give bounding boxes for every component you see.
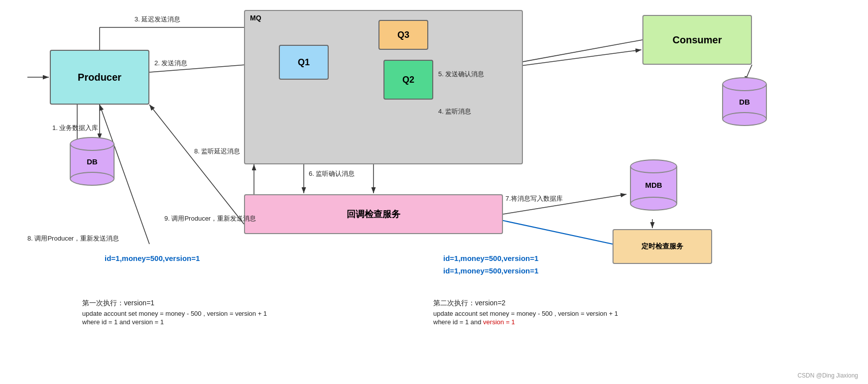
sched-box: 定时检查服务 [613, 229, 712, 264]
callback-label: 回调检查服务 [347, 208, 400, 220]
step3-label: 3. 延迟发送消息 [134, 15, 180, 24]
watermark: CSDN @Ding Jiaxiong [797, 372, 858, 379]
producer-label: Producer [78, 72, 122, 83]
right-data1-label: id=1,money=500,version=1 [443, 254, 538, 262]
right-data2-label: id=1,money=500,version=1 [443, 266, 538, 275]
second-exec-line1: update account set money = money - 500 ,… [433, 310, 618, 317]
first-exec-block: 第一次执行：version=1 update account set money… [82, 299, 267, 326]
step4-label: 4. 监听消息 [438, 107, 471, 116]
step2-label: 2. 发送消息 [154, 59, 187, 68]
second-exec-line2-prefix: where id = 1 and [433, 318, 483, 326]
second-exec-title: 第二次执行：version=2 [433, 299, 505, 307]
mdb-label: MDB [645, 181, 662, 189]
step8p-label: 8. 调用Producer，重新发送消息 [27, 234, 119, 243]
step8mq-label: 8. 监听延迟消息 [194, 147, 240, 156]
q3-label: Q3 [397, 30, 409, 40]
db-producer-label: DB [87, 157, 98, 166]
step5-label: 5. 发送确认消息 [438, 70, 484, 79]
db-consumer-cylinder: DB [722, 77, 767, 126]
sched-label: 定时检查服务 [641, 242, 683, 251]
main-canvas: { "title": "消息可靠性投递架构图", "producer": { "… [0, 0, 868, 384]
consumer-label: Consumer [673, 34, 722, 46]
step6-label: 6. 监听确认消息 [309, 169, 355, 178]
left-data-label: id=1,money=500,version=1 [105, 254, 200, 262]
producer-box: Producer [50, 50, 149, 105]
q2-box: Q2 [383, 60, 433, 100]
consumer-box: Consumer [642, 15, 752, 65]
first-exec-line2: where id = 1 and version = 1 [82, 318, 164, 326]
mq-label: MQ [250, 14, 261, 22]
step9-label: 9. 调用Producer，重新发送消息 [164, 214, 256, 223]
second-exec-block: 第二次执行：version=2 update account set money… [433, 299, 618, 326]
db-consumer-label: DB [739, 98, 750, 106]
q1-box: Q1 [279, 45, 329, 80]
step1-label: 1. 业务数据入库 [52, 124, 98, 132]
second-exec-line2-red: version = 1 [483, 318, 515, 326]
first-exec-line1: update account set money = money - 500 ,… [82, 310, 267, 317]
first-exec-title: 第一次执行：version=1 [82, 299, 154, 307]
q2-label: Q2 [402, 75, 414, 85]
mdb-cylinder: MDB [630, 159, 677, 211]
step7-label: 7.将消息写入数据库 [505, 194, 563, 203]
callback-box: 回调检查服务 [244, 194, 503, 234]
q3-box: Q3 [378, 20, 428, 50]
db-producer-cylinder: DB [70, 137, 115, 186]
svg-line-19 [149, 105, 244, 224]
q1-label: Q1 [298, 57, 310, 68]
